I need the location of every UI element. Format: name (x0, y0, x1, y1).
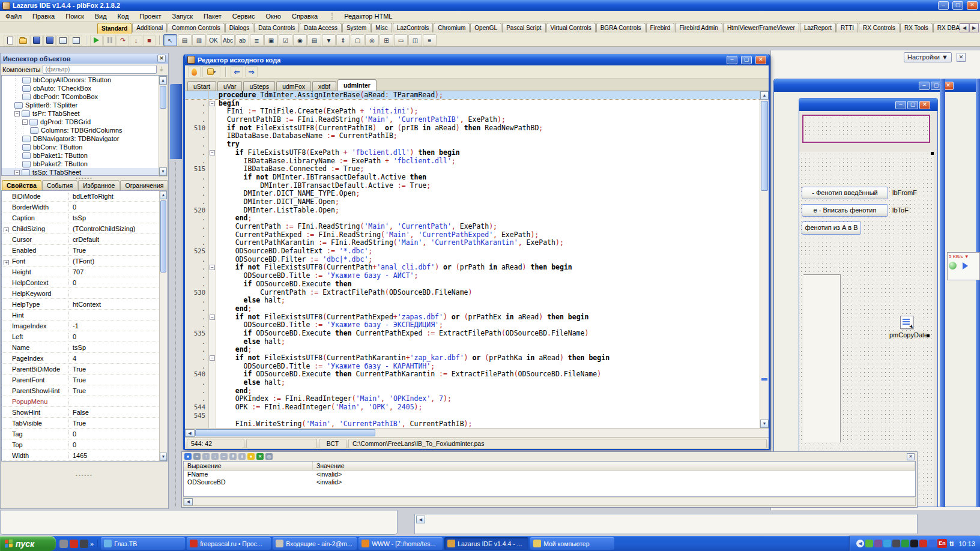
expand-icon[interactable]: + (4, 227, 9, 232)
remove-icon[interactable]: − (220, 453, 228, 460)
main-menu-component[interactable]: ▤ (178, 34, 192, 46)
stop-button[interactable]: ■ (143, 35, 156, 46)
code-line[interactable]: . IBDataBase.LibraryName := ExePath + 'f… (185, 157, 760, 166)
code-line[interactable]: 520 DMInter.ListTable.Open; (185, 206, 760, 215)
scroll-up-icon[interactable]: ▲ (160, 191, 167, 199)
minimize-button[interactable]: – (895, 101, 906, 109)
code-line[interactable]: .− if not FileExistsUTF8(CurrentPathExpe… (185, 313, 760, 322)
quicklaunch-media-icon[interactable] (59, 540, 68, 548)
open-button[interactable] (17, 35, 29, 46)
antivirus-icon[interactable] (865, 540, 873, 547)
quicklaunch-opera-icon[interactable] (70, 540, 78, 548)
selection-handle[interactable] (931, 152, 934, 155)
new-unit-button[interactable] (4, 35, 16, 46)
network-speed-widget[interactable]: 5 KB/s ▼ (947, 252, 980, 280)
code-line[interactable]: . if not DMInter.IBTransactDefault.Activ… (185, 173, 760, 182)
pause-button[interactable] (103, 35, 116, 46)
watch-column-header[interactable]: Выражение (184, 462, 313, 470)
palette-tab-dialogs[interactable]: Dialogs (225, 23, 253, 32)
toggle-box-component[interactable]: ▣ (264, 34, 278, 46)
menu-item-пакет[interactable]: Пакет (198, 11, 227, 21)
scroll-up-icon[interactable]: ▲ (760, 91, 769, 100)
panel-component[interactable]: ▭ (394, 34, 408, 46)
maximize-button[interactable]: ▢ (952, 1, 963, 10)
property-row-tabvisible[interactable]: TabVisibleTrue (2, 418, 167, 429)
property-row-showhint[interactable]: ShowHintFalse (2, 407, 167, 418)
scroll-up-icon[interactable]: ▲ (159, 76, 167, 85)
enable-icon[interactable]: ● (247, 453, 255, 460)
save-button[interactable] (30, 35, 43, 46)
property-value[interactable]: True (69, 387, 167, 394)
selection-handle[interactable] (927, 334, 930, 337)
property-row-parentshowhint[interactable]: ParentShowHintTrue (2, 385, 167, 396)
property-row-helptype[interactable]: HelpTypehtContext (2, 299, 167, 310)
scroll-down-icon[interactable]: ▼ (760, 420, 769, 428)
collapse-icon[interactable]: − (14, 111, 20, 116)
palette-tab-additional[interactable]: Additional (132, 23, 167, 32)
taskbar-window-button[interactable]: Глаз.ТВ (101, 537, 185, 550)
editor-tab-xdbf[interactable]: xdbf (312, 81, 336, 91)
palette-tab-data-access[interactable]: Data Access (300, 23, 342, 32)
minimize-button[interactable]: – (938, 1, 949, 10)
view-forms-button[interactable] (70, 35, 82, 46)
code-line[interactable]: . else halt; (185, 379, 760, 387)
label-component[interactable]: Abc (221, 34, 235, 46)
code-line[interactable]: . end; (185, 214, 760, 223)
palette-tab-htmlviewer-frameviewer[interactable]: HtmlViewer/FrameViewer (723, 23, 799, 32)
menu-item-окно[interactable]: Окно (260, 11, 286, 21)
code-line[interactable]: . DMInter.DICT_NAME_TYPE.Open; (185, 190, 760, 198)
property-row-left[interactable]: Left0 (2, 331, 167, 342)
designer-label-lbToF[interactable]: lbToF (891, 206, 910, 214)
bookmark-dropdown-icon[interactable]: ▾ (202, 66, 220, 77)
scroll-left-icon[interactable]: ◀ (416, 516, 425, 523)
step-over-button[interactable]: ↷ (116, 35, 129, 46)
code-line[interactable]: . ODSourceBD.Title := 'Укажите базу - ЭК… (185, 321, 760, 330)
property-value[interactable]: 0 (69, 441, 167, 448)
code-line[interactable]: . ODSourceBD.Title := 'Укажите базу - АИ… (185, 272, 760, 280)
property-row-caption[interactable]: CaptiontsSp (2, 212, 167, 223)
view-units-button[interactable] (56, 35, 69, 46)
action-list-component[interactable]: ≡ (423, 34, 437, 46)
code-line[interactable]: . OPKIndex := FIni.ReadInteger('Main', '… (185, 395, 760, 403)
property-value[interactable]: (TControlChildSizing) (69, 225, 167, 232)
tree-item-dbcPodr[interactable]: dbcPodr: TComboBox (2, 92, 167, 101)
code-line[interactable]: . CurrentPath := FIni.ReadString('Main',… (185, 223, 760, 231)
taskbar-window-button[interactable]: WWW - [Z:/home/tes... (358, 537, 443, 550)
property-value[interactable]: True (69, 420, 167, 427)
palette-tab-rx-controls[interactable]: RX Controls (859, 23, 900, 32)
taskbar-window-button[interactable]: Мой компьютер (530, 537, 614, 550)
tree-item-Columns[interactable]: Columns: TDBGridColumns (2, 126, 167, 134)
property-value[interactable]: -1 (69, 322, 167, 330)
code-line[interactable]: 515 IBDataBase.Connected := True; (185, 165, 760, 173)
watch-horizontal-scrollbar[interactable]: ◀ (183, 498, 916, 506)
palette-tab-firebird[interactable]: Firebird (646, 23, 675, 32)
delete-icon[interactable]: ✕ (256, 453, 264, 460)
minimize-button[interactable]: – (919, 82, 930, 90)
code-line[interactable]: . FIni := TIniFile.Create(ExePath + 'ini… (185, 107, 760, 116)
property-row-font[interactable]: +Font(TFont) (2, 256, 167, 266)
code-line[interactable]: 525 ODSourceBD.DefaultExt := '*.dbc'; (185, 247, 760, 256)
designer-panel-selected[interactable] (802, 115, 930, 143)
expand-icon[interactable]: + (4, 260, 9, 265)
property-value[interactable]: 0 (69, 203, 167, 211)
filter-clear-icon[interactable]: ⏚ (159, 66, 166, 73)
inspector-tab-избранное[interactable]: Избранное (78, 180, 119, 190)
collapse-icon[interactable]: − (22, 119, 28, 125)
designer-button-phenotype-entered[interactable]: - Фенотип введённый (802, 187, 888, 199)
menu-item-правка[interactable]: Правка (27, 11, 60, 21)
palette-tab-rx-tools[interactable]: RX Tools (900, 23, 933, 32)
messenger-icon[interactable] (928, 540, 936, 547)
property-value[interactable]: 0 (69, 279, 167, 286)
property-row-hint[interactable]: Hint (2, 310, 167, 321)
property-row-top[interactable]: Top0 (2, 439, 167, 450)
checkbox-component[interactable]: ☑ (279, 34, 292, 46)
palette-tab-opengl[interactable]: OpenGL (470, 23, 501, 32)
code-line[interactable]: . try (185, 140, 760, 149)
step-into-button[interactable]: ↓ (130, 35, 142, 46)
property-row-imageindex[interactable]: ImageIndex-1 (2, 321, 167, 331)
scroll-bar-component[interactable]: ⇕ (336, 34, 350, 46)
code-line[interactable]: . DMInter.DICT_NAME.Open; (185, 198, 760, 206)
display-icon[interactable] (910, 540, 918, 547)
property-row-enabled[interactable]: EnabledTrue (2, 245, 167, 256)
inspector-tab-ограничения[interactable]: Ограничения (120, 180, 168, 190)
